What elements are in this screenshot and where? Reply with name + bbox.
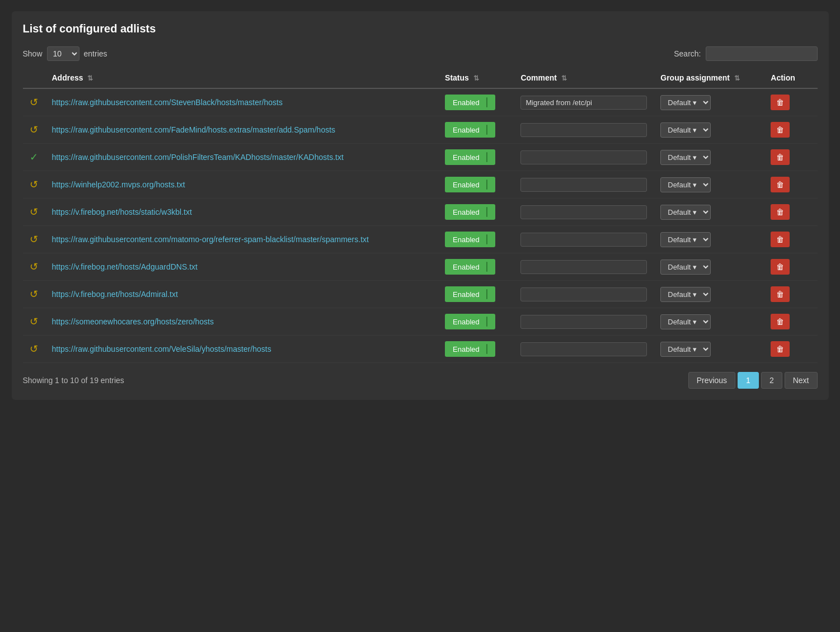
address-link[interactable]: https://raw.githubusercontent.com/VeleSi… — [52, 345, 271, 353]
group-cell: Default ▾ — [654, 308, 764, 336]
next-button[interactable]: Next — [785, 372, 818, 389]
comment-input[interactable] — [520, 260, 647, 274]
comment-cell — [514, 226, 654, 253]
check-icon: ✓ — [30, 152, 38, 163]
status-toggle-button[interactable]: Enabled — [445, 122, 495, 138]
delete-button[interactable]: 🗑 — [771, 232, 790, 247]
row-icon-cell: ↺ — [23, 88, 45, 116]
page-2-button[interactable]: 2 — [761, 372, 782, 389]
status-toggle-button[interactable]: Enabled — [445, 286, 495, 302]
group-select[interactable]: Default ▾ — [660, 205, 711, 220]
group-select[interactable]: Default ▾ — [660, 260, 711, 275]
comment-cell — [514, 144, 654, 171]
group-cell: Default ▾ — [654, 281, 764, 308]
status-toggle-button[interactable]: Enabled — [445, 177, 495, 192]
group-select[interactable]: Default ▾ — [660, 177, 711, 192]
table-row: ↺https://raw.githubusercontent.com/FadeM… — [23, 116, 818, 144]
row-icon-cell: ↺ — [23, 171, 45, 199]
comment-input[interactable] — [520, 150, 647, 164]
search-input[interactable] — [706, 46, 818, 61]
group-select[interactable]: Default ▾ — [660, 95, 711, 110]
th-status[interactable]: Status ⇅ — [438, 68, 514, 88]
page-title: List of configured adlists — [23, 22, 818, 35]
delete-button[interactable]: 🗑 — [771, 95, 790, 110]
status-toggle-button[interactable]: Enabled — [445, 204, 495, 220]
row-icon-cell: ↺ — [23, 308, 45, 336]
group-select[interactable]: Default ▾ — [660, 314, 711, 329]
address-link[interactable]: https://winhelp2002.mvps.org/hosts.txt — [52, 180, 185, 189]
address-cell: https://raw.githubusercontent.com/VeleSi… — [45, 336, 439, 363]
show-label: Show — [23, 49, 43, 58]
comment-sort-icon: ⇅ — [561, 74, 567, 82]
action-cell: 🗑 — [764, 88, 817, 116]
address-link[interactable]: https://v.firebog.net/hosts/AdguardDNS.t… — [52, 262, 198, 271]
group-select[interactable]: Default ▾ — [660, 287, 711, 302]
group-select[interactable]: Default ▾ — [660, 232, 711, 247]
group-select[interactable]: Default ▾ — [660, 342, 711, 357]
refresh-icon: ↺ — [30, 124, 38, 135]
comment-cell — [514, 281, 654, 308]
comment-input[interactable] — [520, 287, 647, 301]
address-link[interactable]: https://raw.githubusercontent.com/matomo… — [52, 235, 369, 244]
status-cell: Enabled — [438, 144, 514, 171]
address-link[interactable]: https://raw.githubusercontent.com/FadeMi… — [52, 125, 336, 134]
table-row: ↺https://raw.githubusercontent.com/Steve… — [23, 88, 818, 116]
table-row: ↺https://winhelp2002.mvps.org/hosts.txtE… — [23, 171, 818, 199]
delete-button[interactable]: 🗑 — [771, 177, 790, 192]
delete-button[interactable]: 🗑 — [771, 204, 790, 220]
comment-input[interactable] — [520, 96, 647, 110]
group-cell: Default ▾ — [654, 144, 764, 171]
address-link[interactable]: https://someonewhocares.org/hosts/zero/h… — [52, 317, 214, 326]
delete-button[interactable]: 🗑 — [771, 149, 790, 165]
status-toggle-button[interactable]: Enabled — [445, 149, 495, 165]
comment-input[interactable] — [520, 342, 647, 356]
th-action: Action — [764, 68, 817, 88]
previous-button[interactable]: Previous — [688, 372, 735, 389]
delete-button[interactable]: 🗑 — [771, 341, 790, 357]
table-row: ↺https://raw.githubusercontent.com/VeleS… — [23, 336, 818, 363]
pagination: Previous 1 2 Next — [688, 372, 818, 389]
address-link[interactable]: https://v.firebog.net/hosts/static/w3kbl… — [52, 207, 192, 216]
status-cell: Enabled — [438, 308, 514, 336]
status-toggle-button[interactable]: Enabled — [445, 314, 495, 329]
refresh-icon: ↺ — [30, 343, 38, 355]
action-cell: 🗑 — [764, 281, 817, 308]
comment-input[interactable] — [520, 315, 647, 329]
address-link[interactable]: https://v.firebog.net/hosts/Admiral.txt — [52, 290, 178, 299]
address-link[interactable]: https://raw.githubusercontent.com/Polish… — [52, 153, 344, 162]
action-cell: 🗑 — [764, 144, 817, 171]
th-address[interactable]: Address ⇅ — [45, 68, 439, 88]
table-row: ↺https://v.firebog.net/hosts/static/w3kb… — [23, 199, 818, 226]
entries-per-page-select[interactable]: 10 25 50 100 — [47, 46, 79, 61]
page-1-button[interactable]: 1 — [738, 372, 759, 389]
status-cell: Enabled — [438, 171, 514, 199]
delete-button[interactable]: 🗑 — [771, 122, 790, 138]
delete-button[interactable]: 🗑 — [771, 314, 790, 329]
showing-text: Showing 1 to 10 of 19 entries — [23, 376, 124, 385]
th-group[interactable]: Group assignment ⇅ — [654, 68, 764, 88]
address-link[interactable]: https://raw.githubusercontent.com/Steven… — [52, 98, 283, 107]
group-select[interactable]: Default ▾ — [660, 122, 711, 138]
table-row: ↺https://v.firebog.net/hosts/Admiral.txt… — [23, 281, 818, 308]
row-icon-cell: ↺ — [23, 281, 45, 308]
status-toggle-button[interactable]: Enabled — [445, 95, 495, 110]
delete-button[interactable]: 🗑 — [771, 286, 790, 302]
search-label: Search: — [674, 49, 701, 58]
action-cell: 🗑 — [764, 226, 817, 253]
row-icon-cell: ↺ — [23, 226, 45, 253]
comment-input[interactable] — [520, 205, 647, 219]
status-sort-icon: ⇅ — [473, 74, 479, 82]
comment-input[interactable] — [520, 178, 647, 192]
status-toggle-button[interactable]: Enabled — [445, 259, 495, 275]
refresh-icon: ↺ — [30, 234, 38, 245]
row-icon-cell: ↺ — [23, 116, 45, 144]
comment-input[interactable] — [520, 123, 647, 137]
status-toggle-button[interactable]: Enabled — [445, 341, 495, 357]
group-select[interactable]: Default ▾ — [660, 150, 711, 165]
row-icon-cell: ✓ — [23, 144, 45, 171]
th-comment[interactable]: Comment ⇅ — [514, 68, 654, 88]
comment-cell — [514, 308, 654, 336]
status-toggle-button[interactable]: Enabled — [445, 232, 495, 247]
comment-input[interactable] — [520, 233, 647, 247]
delete-button[interactable]: 🗑 — [771, 259, 790, 275]
